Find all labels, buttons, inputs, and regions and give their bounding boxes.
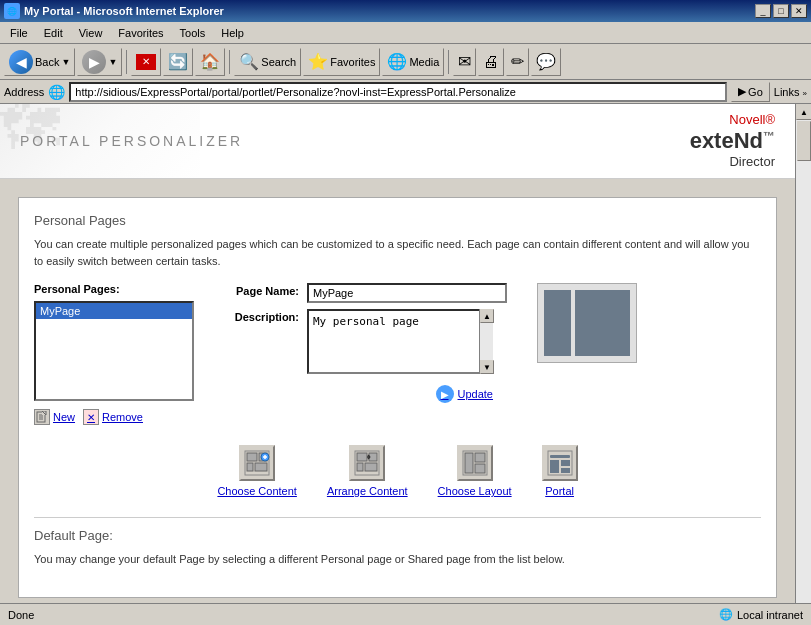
menu-help[interactable]: Help [215,25,250,41]
arrange-content-button[interactable]: Arrange Content [327,445,408,497]
scroll-track [796,120,811,625]
edit-button[interactable]: ✏ [506,48,529,76]
toolbar-separator-3 [448,50,449,74]
svg-rect-15 [357,453,367,461]
scroll-thumb[interactable] [797,121,811,161]
toolbar-separator-2 [229,50,230,74]
choose-layout-button[interactable]: Choose Layout [438,445,512,497]
vertical-scrollbar[interactable]: ▲ ▼ [795,104,811,625]
textarea-scroll-down[interactable]: ▼ [480,360,494,374]
links-arrow-icon: » [803,89,807,98]
novell-logo-line1: Novell® [690,112,775,128]
remove-label: Remove [102,411,143,423]
address-input[interactable] [69,82,727,102]
stop-icon: ✕ [136,54,156,70]
form-row-name: Page Name: [214,283,507,303]
svg-rect-25 [475,464,485,473]
menu-favorites[interactable]: Favorites [112,25,169,41]
menu-view[interactable]: View [73,25,109,41]
default-section-desc: You may change your default Page by sele… [34,551,761,568]
forward-button[interactable]: ▶ ▼ [77,48,122,76]
home-button[interactable]: 🏠 [195,48,225,76]
zone-icon: 🌐 [719,608,733,621]
close-button[interactable]: ✕ [791,4,807,18]
new-label: New [53,411,75,423]
choose-layout-label: Choose Layout [438,485,512,497]
status-right: 🌐 Local intranet [719,608,803,621]
portal-label: Portal [545,485,574,497]
stop-button[interactable]: ✕ [131,48,161,76]
svg-rect-28 [550,460,559,473]
address-label: Address [4,86,44,98]
discuss-icon: 💬 [536,52,556,71]
update-button[interactable]: ▶ Update [436,385,493,403]
home-icon: 🏠 [200,52,220,71]
svg-rect-30 [561,468,570,473]
list-item[interactable]: MyPage [36,303,192,319]
page-name-label: Page Name: [214,283,299,297]
toolbar: ◀ Back ▼ ▶ ▼ ✕ 🔄 🏠 🔍 Search ⭐ Favorites … [0,44,811,80]
status-bar: Done 🌐 Local intranet [0,603,811,625]
remove-button[interactable]: ✕ Remove [83,409,143,425]
default-section: Default Page: You may change your defaul… [34,517,761,568]
portal-button[interactable]: Portal [542,445,578,497]
svg-rect-10 [255,463,267,471]
print-button[interactable]: 🖨 [478,48,504,76]
form-row-desc: Description: My personal page ▲ ▼ [214,309,507,377]
form-col: Page Name: Description: My personal page… [214,283,507,403]
window-controls: _ □ ✕ [755,4,807,18]
go-label: Go [748,86,763,98]
svg-rect-17 [357,463,363,471]
choose-content-button[interactable]: Choose Content [217,445,297,497]
print-icon: 🖨 [483,53,499,71]
favorites-button[interactable]: ⭐ Favorites [303,48,380,76]
content-panel: Personal Pages You can create multiple p… [18,197,777,598]
title-bar: 🌐 My Portal - Microsoft Internet Explore… [0,0,811,22]
go-arrow-icon: ▶ [738,85,746,98]
refresh-button[interactable]: 🔄 [163,48,193,76]
address-bar: Address 🌐 ▶ Go Links » [0,80,811,104]
svg-rect-27 [550,455,570,458]
links-button[interactable]: Links » [774,86,807,98]
media-icon: 🌐 [387,52,407,71]
section-title: Personal Pages [34,213,761,228]
edit-icon: ✏ [511,52,524,71]
go-button[interactable]: ▶ Go [731,82,770,102]
links-label: Links [774,86,800,98]
pages-listbox[interactable]: MyPage [34,301,194,401]
svg-rect-7 [247,453,257,461]
forward-icon: ▶ [82,50,106,74]
media-label: Media [409,56,439,68]
forward-dropdown-icon: ▼ [108,57,117,67]
new-button[interactable]: New [34,409,75,425]
mail-button[interactable]: ✉ [453,48,476,76]
page-name-input[interactable] [307,283,507,303]
svg-rect-24 [475,453,485,462]
search-button[interactable]: 🔍 Search [234,48,301,76]
menu-bar: File Edit View Favorites Tools Help [0,22,811,44]
search-label: Search [261,56,296,68]
toolbar-separator-1 [126,50,127,74]
textarea-scroll-up[interactable]: ▲ [480,309,494,323]
discuss-button[interactable]: 💬 [531,48,561,76]
back-icon: ◀ [9,50,33,74]
back-button[interactable]: ◀ Back ▼ [4,48,75,76]
update-label: Update [458,388,493,400]
menu-edit[interactable]: Edit [38,25,69,41]
scroll-up-button[interactable]: ▲ [796,104,811,120]
minimize-button[interactable]: _ [755,4,771,18]
favorites-icon: ⭐ [308,52,328,71]
remove-icon: ✕ [83,409,99,425]
window-title: My Portal - Microsoft Internet Explorer [24,5,224,17]
pages-list-label: Personal Pages: [34,283,194,295]
description-textarea[interactable]: My personal page [307,309,493,374]
preview-col-right [575,290,630,356]
media-button[interactable]: 🌐 Media [382,48,444,76]
menu-tools[interactable]: Tools [174,25,212,41]
menu-file[interactable]: File [4,25,34,41]
address-icon: 🌐 [48,84,65,100]
list-actions: New ✕ Remove [34,409,194,425]
maximize-button[interactable]: □ [773,4,789,18]
pages-list-col: Personal Pages: MyPage [34,283,194,425]
page-preview [537,283,637,363]
